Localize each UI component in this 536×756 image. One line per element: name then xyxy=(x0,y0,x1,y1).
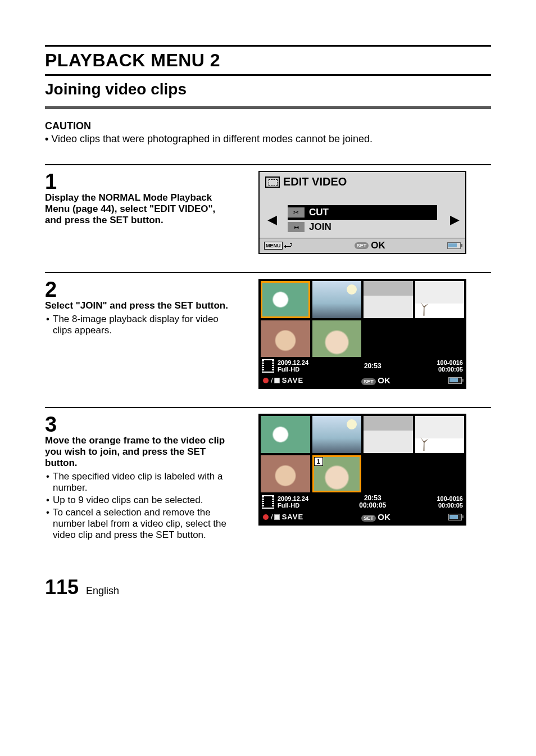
battery-icon xyxy=(448,514,462,520)
thumbnail-clip[interactable]: 1 xyxy=(312,455,362,492)
menu-option-cut[interactable]: CUT xyxy=(288,205,437,220)
menu-button[interactable]: MENU xyxy=(264,242,283,250)
record-icon xyxy=(263,378,269,383)
step-1: 1 Display the NORMAL Mode Playback Menu … xyxy=(45,164,491,254)
edit-video-screen: EDIT VIDEO ◀ CUT JOIN ▶ MENU xyxy=(258,171,466,254)
chapter-title: PLAYBACK MENU 2 xyxy=(45,45,491,76)
thumbnail-clip[interactable] xyxy=(312,416,362,453)
section-title: Joining video clips xyxy=(45,78,491,109)
thumbnail-clip[interactable] xyxy=(312,281,362,318)
slash: / xyxy=(271,376,273,384)
clip-fileno: 100-0016 xyxy=(437,495,464,502)
join-thumbnails-numbered-screen: 1 2009.12.24 Full-HD 20:53 00:00:05 100-… xyxy=(258,414,466,526)
film-icon xyxy=(262,495,274,509)
clip-duration: 00:00:05 xyxy=(437,366,464,373)
screen-title: EDIT VIDEO xyxy=(283,175,347,188)
thumbnail-clip[interactable] xyxy=(261,416,310,453)
step-number: 1 xyxy=(45,171,64,192)
caution-item: Video clips that were photographed in di… xyxy=(45,133,491,145)
thumbnail-clip[interactable] xyxy=(364,416,413,453)
set-badge: SET xyxy=(355,242,369,249)
step-title: Select "JOIN" and press the SET button. xyxy=(45,300,229,311)
battery-icon xyxy=(448,377,462,384)
arrow-right-icon[interactable]: ▶ xyxy=(446,212,460,227)
battery-icon xyxy=(447,242,461,249)
step-bullet: The 8-image playback display for video c… xyxy=(45,314,229,336)
ok-label[interactable]: OK xyxy=(378,512,390,522)
clip-time: 20:53 xyxy=(308,363,437,370)
thumbnail-clip[interactable] xyxy=(261,455,310,492)
thumbnail-clip[interactable] xyxy=(261,320,310,357)
step-title: Display the NORMAL Mode Playback Menu (p… xyxy=(45,192,229,226)
step-bullet: To cancel a selection and remove the num… xyxy=(45,507,229,541)
step-title: Move the orange frame to the video clip … xyxy=(45,435,229,469)
record-icon xyxy=(263,514,269,520)
caution-heading: CAUTION xyxy=(45,120,491,132)
step-2: 2 Select "JOIN" and press the SET button… xyxy=(45,272,491,389)
caution-list: Video clips that were photographed in di… xyxy=(45,133,491,145)
step-3: 3 Move the orange frame to the video cli… xyxy=(45,407,491,542)
step-number: 2 xyxy=(45,279,64,300)
clip-time: 20:53 xyxy=(308,495,437,502)
menu-option-join[interactable]: JOIN xyxy=(288,220,437,234)
film-icon xyxy=(262,359,274,373)
join-thumbnails-screen: 2009.12.24 Full-HD 20:53 100-0016 00:00:… xyxy=(258,279,466,389)
thumbnail-clip[interactable] xyxy=(415,416,465,453)
clip-mode: Full-HD xyxy=(278,502,308,509)
step-number: 3 xyxy=(45,414,64,435)
page-language: English xyxy=(86,585,119,596)
thumbnail-clip[interactable] xyxy=(364,281,413,318)
menu-option-label: CUT xyxy=(309,207,329,218)
clip-date: 2009.12.24 xyxy=(278,495,308,502)
step-bullet: Up to 9 video clips can be selected. xyxy=(45,495,229,506)
page-number: 115 xyxy=(45,576,79,599)
selection-number-badge: 1 xyxy=(314,457,323,466)
stop-icon xyxy=(274,378,280,383)
cut-icon xyxy=(288,207,305,218)
back-icon: ⮐ xyxy=(284,241,293,251)
join-icon xyxy=(288,222,305,232)
page-footer: 115 English xyxy=(45,576,491,599)
set-badge: SET xyxy=(361,515,376,522)
step-bullet: The specified video clip is labeled with… xyxy=(45,471,229,494)
arrow-left-icon[interactable]: ◀ xyxy=(265,212,279,227)
clip-duration: 00:00:05 xyxy=(437,502,464,509)
ok-label[interactable]: OK xyxy=(371,240,385,251)
clip-mid-second: 00:00:05 xyxy=(308,502,437,509)
thumbnail-clip[interactable] xyxy=(312,320,362,357)
edit-video-icon xyxy=(265,176,280,188)
save-button[interactable]: SAVE xyxy=(282,376,303,384)
save-button[interactable]: SAVE xyxy=(282,513,303,521)
clip-mode: Full-HD xyxy=(278,366,308,373)
set-badge: SET xyxy=(361,378,376,385)
thumbnail-clip[interactable] xyxy=(415,281,465,318)
stop-icon xyxy=(274,514,280,520)
menu-option-label: JOIN xyxy=(309,221,331,233)
slash: / xyxy=(271,513,273,521)
clip-fileno: 100-0016 xyxy=(437,359,464,366)
ok-label[interactable]: OK xyxy=(378,375,390,385)
thumbnail-clip[interactable] xyxy=(261,281,310,318)
clip-date: 2009.12.24 xyxy=(278,359,308,366)
